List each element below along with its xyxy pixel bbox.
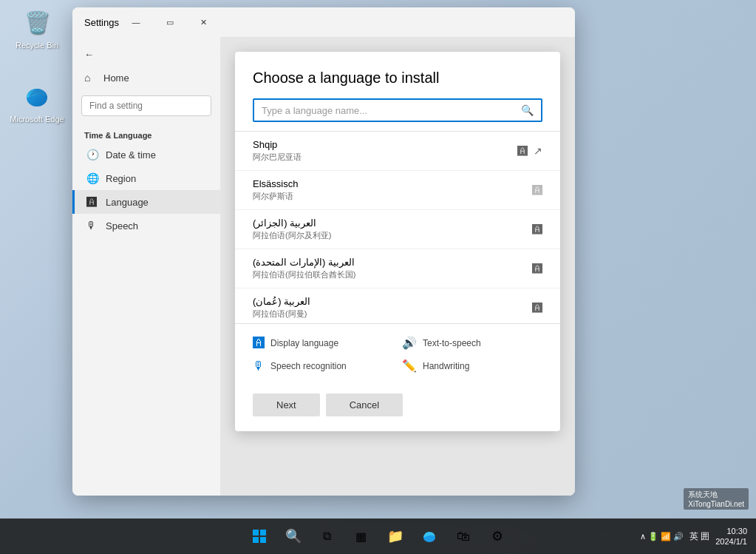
font-icon-2: 🅰 bbox=[532, 223, 542, 235]
sidebar-item-language[interactable]: 🅰 Language bbox=[72, 190, 220, 214]
speech-rec-icon: 🎙 bbox=[253, 359, 265, 373]
minimize-button[interactable]: — bbox=[119, 10, 153, 34]
dialog-title: Choose a language to install bbox=[235, 52, 560, 98]
region-icon: 🌐 bbox=[86, 172, 98, 184]
text-speech-icon: 🔊 bbox=[402, 336, 417, 350]
find-setting-input[interactable] bbox=[81, 95, 211, 116]
sidebar-item-speech[interactable]: 🎙 Speech bbox=[72, 214, 220, 237]
language-search-container: 🔍 bbox=[253, 98, 542, 122]
titlebar: Settings — ▭ ✕ bbox=[72, 7, 575, 37]
language-item-arabic-dz[interactable]: العربية (الجزائر) 阿拉伯语(阿尔及利亚) 🅰 bbox=[235, 210, 560, 249]
external-icon-0: ↗ bbox=[534, 145, 542, 157]
datetime-icon: 🕐 bbox=[86, 149, 98, 161]
edge-icon[interactable]: Microsoft Edge bbox=[7, 81, 67, 124]
sidebar-item-region[interactable]: 🌐 Region bbox=[72, 166, 220, 190]
speech-icon: 🎙 bbox=[86, 220, 98, 232]
feature-text-speech: 🔊 Text-to-speech bbox=[402, 336, 542, 350]
svg-rect-1 bbox=[253, 530, 259, 536]
svg-rect-3 bbox=[253, 537, 259, 543]
back-icon: ← bbox=[84, 49, 94, 60]
window-controls: — ▭ ✕ bbox=[119, 10, 221, 34]
search-button[interactable]: 🔍 bbox=[279, 521, 308, 551]
language-item-shqip[interactable]: Shqip 阿尔巴尼亚语 🅰 ↗ bbox=[235, 132, 560, 171]
dialog-overlay: Choose a language to install 🔍 Shqip 阿尔巴… bbox=[220, 37, 575, 496]
widgets-button[interactable]: ▦ bbox=[347, 521, 376, 551]
maximize-button[interactable]: ▭ bbox=[153, 10, 187, 34]
display-lang-icon: 🅰 bbox=[253, 337, 265, 350]
feature-speech-rec: 🎙 Speech recognition bbox=[253, 359, 393, 373]
language-item-elsassisch[interactable]: Elsässisch 阿尔萨斯语 🅰 bbox=[235, 171, 560, 210]
font-icon-3: 🅰 bbox=[532, 263, 542, 274]
main-content: Language Add a language ions Remove 🅰 🔊 … bbox=[220, 37, 575, 496]
feature-list: 🅰 Display language 🔊 Text-to-speech 🎙 Sp… bbox=[235, 323, 560, 385]
start-button[interactable] bbox=[245, 521, 274, 551]
feature-display-lang: 🅰 Display language bbox=[253, 336, 393, 350]
sidebar: ← ⌂ Home Time & Language 🕐 Date & time 🌐… bbox=[72, 37, 220, 496]
handwriting-icon: ✏️ bbox=[402, 359, 417, 373]
cancel-button[interactable]: Cancel bbox=[326, 393, 403, 416]
svg-rect-2 bbox=[260, 530, 266, 536]
settings-taskbar-button[interactable]: ⚙ bbox=[483, 521, 512, 551]
home-icon: ⌂ bbox=[84, 72, 96, 84]
next-button[interactable]: Next bbox=[253, 393, 320, 416]
language-list: Shqip 阿尔巴尼亚语 🅰 ↗ Elsässisch bbox=[235, 131, 560, 323]
font-icon-4: 🅰 bbox=[532, 302, 542, 314]
font-icon-elsassisch: 🅰 bbox=[532, 184, 542, 196]
settings-content: ← ⌂ Home Time & Language 🕐 Date & time 🌐… bbox=[72, 37, 575, 496]
search-icon: 🔍 bbox=[521, 104, 534, 116]
section-title: Time & Language bbox=[72, 122, 220, 143]
settings-window: Settings — ▭ ✕ ← ⌂ Home Time & Language … bbox=[72, 7, 575, 496]
taskbar-right: ∧ 🔋 📶 🔊 英 囲 10:30 2024/1/1 bbox=[640, 526, 747, 547]
store-button[interactable]: 🛍 bbox=[449, 521, 478, 551]
feature-handwriting: ✏️ Handwriting bbox=[402, 359, 542, 373]
dialog-footer: Next Cancel bbox=[235, 385, 560, 431]
taskbar-center: 🔍 ⧉ ▦ 📁 🛍 ⚙ bbox=[245, 521, 512, 551]
language-item-arabic-ae[interactable]: العربية (الإمارات المتحدة) 阿拉伯语(阿拉伯联合酋长国… bbox=[235, 249, 560, 288]
back-button[interactable]: ← bbox=[72, 43, 220, 66]
system-tray-icons: ∧ 🔋 📶 🔊 bbox=[640, 532, 684, 541]
recycle-bin-icon[interactable]: 🗑️ Recycle Bin bbox=[7, 7, 67, 50]
font-icon-0: 🅰 bbox=[517, 145, 528, 157]
task-view-button[interactable]: ⧉ bbox=[313, 521, 342, 551]
sidebar-item-home[interactable]: ⌂ Home bbox=[72, 66, 220, 89]
svg-rect-4 bbox=[260, 537, 266, 543]
language-search-input[interactable] bbox=[262, 105, 521, 116]
settings-title: Settings bbox=[84, 17, 119, 28]
clock: 10:30 2024/1/1 bbox=[715, 526, 747, 547]
language-item-arabic-om[interactable]: العربية (عُمان) 阿拉伯语(阿曼) 🅰 bbox=[235, 288, 560, 323]
watermark: 系统天地XiTongTianDi.net bbox=[684, 488, 749, 510]
sidebar-item-datetime[interactable]: 🕐 Date & time bbox=[72, 143, 220, 166]
file-explorer-button[interactable]: 📁 bbox=[381, 521, 410, 551]
install-language-dialog: Choose a language to install 🔍 Shqip 阿尔巴… bbox=[235, 52, 560, 431]
taskbar: 🔍 ⧉ ▦ 📁 🛍 ⚙ ∧ 🔋 📶 🔊 英 囲 10:30 2024/1/1 bbox=[0, 518, 756, 554]
language-icon: 🅰 bbox=[86, 196, 98, 208]
close-button[interactable]: ✕ bbox=[187, 10, 221, 34]
input-method[interactable]: 英 囲 bbox=[689, 530, 709, 543]
edge-taskbar-button[interactable] bbox=[415, 521, 444, 551]
